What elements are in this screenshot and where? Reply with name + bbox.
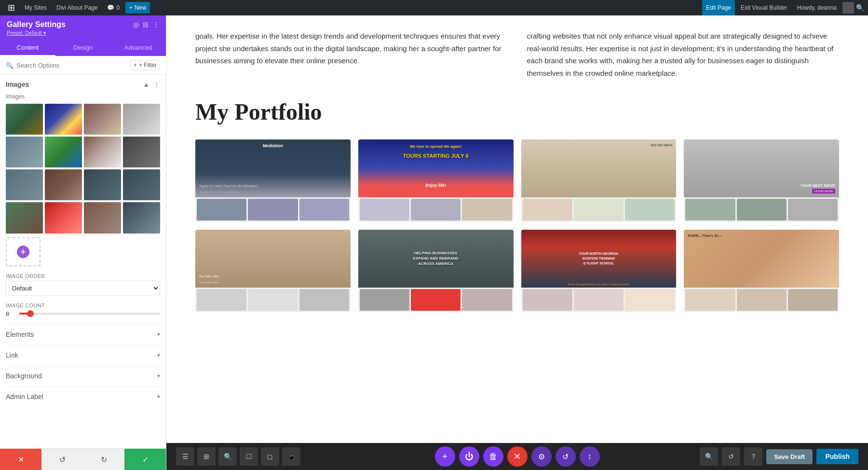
circle-icon[interactable]: ◎ — [133, 21, 139, 28]
settings-button[interactable]: ⚙ — [531, 446, 552, 467]
portfolio-item-5-thumbs — [195, 288, 351, 312]
cancel-icon: ✕ — [18, 455, 24, 464]
history-button[interactable]: ↺ — [556, 446, 576, 467]
more-icon[interactable]: ⋮ — [152, 21, 159, 28]
sort-button[interactable]: ↕ — [580, 446, 600, 467]
image-thumb-8[interactable] — [123, 137, 160, 167]
plus-icon: + — [129, 4, 133, 11]
portfolio-item-2[interactable]: We love to spread life again! TOURS STAR… — [358, 139, 514, 222]
portfolio-item-3[interactable]: See the latest — [521, 139, 677, 222]
p2-overlay-2: TOURS STARTING JULY 6 — [403, 153, 469, 159]
publish-button[interactable]: Publish — [816, 449, 858, 464]
search-tool[interactable]: 🔍 — [700, 447, 718, 466]
save-draft-button[interactable]: Save Draft — [766, 449, 813, 464]
image-thumb-10[interactable] — [45, 169, 82, 200]
cancel-button[interactable]: ✕ — [0, 449, 41, 470]
image-thumb-12[interactable] — [123, 169, 160, 200]
avatar — [842, 2, 854, 14]
image-thumb-1[interactable] — [6, 104, 43, 135]
portfolio-item-1[interactable]: Mediation Types of Cases That Can Be Med… — [195, 139, 351, 222]
layout-icon[interactable]: ⊟ — [143, 21, 149, 28]
add-image-button[interactable]: + — [6, 237, 41, 266]
confirm-button[interactable]: ✓ — [124, 449, 166, 470]
tab-advanced[interactable]: Advanced — [110, 40, 166, 56]
portfolio-item-8-inner: PURR...That's Si— — [684, 230, 839, 312]
elements-section: Elements ▾ — [6, 324, 160, 338]
background-header[interactable]: Background ▾ — [6, 372, 160, 380]
wireframe-tool[interactable]: ☰ — [176, 447, 194, 466]
slider-thumb[interactable] — [27, 310, 34, 317]
comments-link[interactable]: 💬 0 — [103, 0, 123, 15]
p7-overlay: YOUR NORTH GEORGIA AVIATION TRAINING & F… — [579, 251, 618, 265]
add-icon: + — [17, 246, 29, 258]
collapse-icon[interactable]: ▲ — [143, 81, 149, 88]
image-thumb-6[interactable] — [45, 137, 82, 167]
more-options-icon[interactable]: ⋮ — [153, 81, 160, 88]
divi-about-link[interactable]: Divi About Page — [53, 0, 101, 15]
trash-icon: 🗑 — [489, 452, 498, 462]
image-thumb-16[interactable] — [123, 202, 160, 233]
image-thumb-14[interactable] — [45, 202, 82, 233]
admin-label-header[interactable]: Admin Label ▾ — [6, 393, 160, 401]
elements-title: Elements — [6, 331, 34, 338]
mobile-icon: 📱 — [287, 453, 296, 460]
search-input[interactable] — [16, 62, 127, 69]
filter-button[interactable]: + + Filter — [130, 60, 160, 70]
redo-button[interactable]: ↻ — [83, 449, 124, 470]
tab-content[interactable]: Content — [0, 40, 55, 56]
delete-button[interactable]: 🗑 — [483, 446, 503, 467]
image-thumb-2[interactable] — [45, 104, 82, 135]
image-thumb-5[interactable] — [6, 137, 43, 167]
image-count-label: Image Count — [6, 303, 160, 308]
image-thumb-7[interactable] — [84, 137, 121, 167]
portfolio-item-6[interactable]: HELPING BUSINESSES EXPAND AND REBRAND AC… — [358, 230, 514, 312]
images-section-title: Images — [6, 81, 29, 88]
wordpress-icon[interactable]: ⊞ — [4, 0, 19, 15]
tab-design[interactable]: Design — [55, 40, 111, 56]
portfolio-thumb-7-3 — [625, 289, 675, 311]
image-thumb-15[interactable] — [84, 202, 121, 233]
portfolio-thumb-2-2 — [411, 199, 461, 221]
close-button[interactable]: ✕ — [507, 446, 528, 467]
edit-page-link[interactable]: Edit Page — [702, 0, 735, 15]
portfolio-item-2-thumbs — [358, 197, 514, 222]
image-thumb-9[interactable] — [6, 169, 43, 200]
undo-button[interactable]: ↺ — [41, 449, 83, 470]
my-sites-link[interactable]: My Sites — [21, 0, 51, 15]
power-button[interactable]: ⏻ — [459, 446, 479, 467]
page-tool[interactable]: ◻ — [261, 447, 279, 466]
image-thumb-13[interactable] — [6, 202, 43, 233]
portfolio-item-7[interactable]: YOUR NORTH GEORGIA AVIATION TRAINING & F… — [521, 230, 677, 312]
panel-title-icons: ◎ ⊟ ⋮ — [133, 21, 159, 28]
new-button[interactable]: + New — [125, 2, 150, 14]
portfolio-item-1-inner: Mediation Types of Cases That Can Be Med… — [195, 139, 351, 222]
portfolio-item-6-inner: HELPING BUSINESSES EXPAND AND REBRAND AC… — [358, 230, 514, 312]
mobile-tool[interactable]: 📱 — [282, 447, 300, 466]
layout-tool[interactable]: ⊞ — [197, 447, 216, 466]
image-thumb-11[interactable] — [84, 169, 121, 200]
link-header[interactable]: Link ▾ — [6, 351, 160, 359]
help-tool[interactable]: ? — [744, 447, 762, 466]
image-thumb-3[interactable] — [84, 104, 121, 135]
portfolio-item-8[interactable]: PURR...That's Si— — [684, 230, 839, 312]
image-order-row: Image Order Default Random Custom — [6, 273, 160, 296]
plus-icon-toolbar: + — [442, 452, 448, 462]
panel-preset[interactable]: Preset: Default ▾ — [7, 30, 159, 36]
slider-track[interactable] — [19, 313, 160, 315]
zoom-tool[interactable]: 🔍 — [218, 447, 237, 466]
elements-header[interactable]: Elements ▾ — [6, 331, 160, 338]
comment-bubble-icon: 💬 — [107, 4, 114, 11]
link-title: Link — [6, 351, 18, 359]
search-icon-topbar[interactable]: 🔍 — [856, 4, 864, 12]
exit-builder-link[interactable]: Exit Visual Builder — [737, 0, 791, 15]
image-thumb-4[interactable] — [123, 104, 160, 135]
refresh-tool[interactable]: ↺ — [722, 447, 740, 466]
add-module-button[interactable]: + — [435, 446, 455, 467]
text-columns: goals. Her expertise in the latest desig… — [195, 30, 839, 79]
image-order-select[interactable]: Default Random Custom — [6, 281, 160, 296]
undo-icon: ↺ — [59, 455, 66, 464]
preview-tool[interactable]: ☐ — [240, 447, 258, 466]
portfolio-item-4[interactable]: YOUR NEXT MOVE LEARN MORE — [684, 139, 839, 222]
portfolio-item-5[interactable]: Ka Palm Tax... Acha Kija Kifa... — [195, 230, 351, 312]
history-icon: ↺ — [562, 452, 569, 461]
